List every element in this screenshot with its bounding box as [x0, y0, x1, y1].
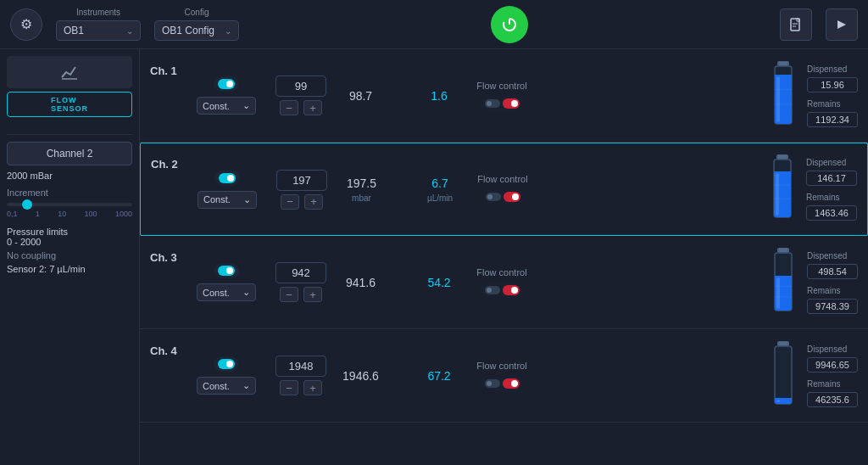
sidebar: FLOWSENSOR Channel 2 2000 mBar Increment…	[0, 49, 140, 465]
ch2-increment-button[interactable]: +	[304, 194, 323, 210]
channel-row-ch4: Ch. 4 Const. ⌄	[140, 329, 868, 423]
ch4-increment-button[interactable]: +	[303, 380, 322, 395]
svg-rect-14	[779, 62, 787, 65]
ch2-stepper: − +	[281, 194, 323, 210]
ch3-flow-toggle[interactable]	[481, 283, 524, 298]
ch4-vial-stats: Dispensed 9946.65 Remains 46235.6	[807, 345, 858, 407]
ch1-toggle-row	[214, 76, 239, 92]
channel-row-inner-ch1: Ch. 1 Const. ⌄	[150, 61, 858, 131]
export-button[interactable]	[780, 8, 812, 41]
no-coupling-label: No coupling	[7, 250, 132, 261]
ch3-setpoint-value: 942	[275, 262, 326, 283]
ch2-mode-select[interactable]: Const. ⌄	[198, 191, 257, 209]
ch1-vial-stats: Dispensed 15.96 Remains 1192.34	[807, 64, 858, 127]
ch1-mode-select[interactable]: Const. ⌄	[197, 97, 256, 115]
ch2-decrement-button[interactable]: −	[281, 194, 299, 210]
pressure-unit: mbar	[332, 193, 392, 203]
power-button[interactable]	[491, 6, 528, 43]
ch4-flow-toggle[interactable]	[481, 376, 524, 391]
forward-button[interactable]	[826, 8, 858, 41]
ch2-flow-control-label: Flow control	[477, 174, 527, 184]
ch1-vial	[768, 61, 798, 131]
chevron-down-icon: ⌄	[126, 26, 133, 36]
ch4-decrement-button[interactable]: −	[280, 380, 298, 395]
instruments-section: Instruments OB1 ⌄	[56, 8, 141, 41]
ch1-dispensed-value: 15.96	[807, 77, 858, 92]
ch4-mode-select[interactable]: Const. ⌄	[197, 377, 256, 395]
ch3-label: Ch. 3	[150, 248, 192, 264]
ch3-mode-select[interactable]: Const. ⌄	[197, 283, 256, 301]
main-layout: FLOWSENSOR Channel 2 2000 mBar Increment…	[0, 49, 868, 465]
flow-sensor-label: FLOWSENSOR	[51, 96, 88, 113]
ch1-pressure-reading: 98.7	[331, 89, 391, 103]
ch4-pressure-reading: 1946.6	[331, 369, 391, 383]
ch2-vial-section: Dispensed 146.17 Remains 1463.46	[730, 154, 857, 224]
ch2-label: Ch. 2	[151, 154, 193, 171]
ch4-stepper: − +	[280, 380, 322, 395]
svg-rect-11	[776, 76, 780, 122]
ch2-controls: Const. ⌄	[193, 171, 261, 209]
svg-marker-5	[837, 20, 846, 29]
ch4-toggle-switch[interactable]	[214, 356, 239, 372]
instruments-label: Instruments	[76, 8, 120, 17]
sidebar-divider	[7, 134, 132, 135]
ch2-setpoint: 197 − +	[268, 170, 336, 210]
ch3-flow-reading: 54.2	[408, 276, 471, 289]
channel-button[interactable]: Channel 2	[7, 142, 132, 165]
top-bar: ⚙ Instruments OB1 ⌄ Config OB1 Config ⌄	[0, 0, 868, 49]
ch2-flow-reading: 6.7	[409, 176, 472, 190]
channel-row-ch3: Ch. 3 Const. ⌄	[140, 236, 868, 329]
settings-button[interactable]: ⚙	[10, 8, 42, 41]
ch3-increment-button[interactable]: +	[303, 287, 322, 302]
ch3-flow-control-label: Flow control	[476, 267, 526, 277]
ch1-setpoint-value: 99	[275, 76, 326, 97]
arrow-forward-icon	[834, 17, 849, 32]
ch3-controls: Const. ⌄	[192, 263, 260, 301]
sidebar-item-chart[interactable]	[7, 56, 132, 88]
sidebar-item-flow-sensor[interactable]: FLOWSENSOR	[7, 92, 132, 117]
chevron-down-icon: ⌄	[225, 26, 231, 36]
svg-rect-36	[779, 342, 787, 345]
ch2-vial	[767, 154, 798, 224]
ch2-remains-label: Remains	[806, 193, 857, 202]
ch1-readings: 98.7 1.6	[342, 89, 460, 103]
ch1-decrement-button[interactable]: −	[280, 100, 298, 115]
ch1-vial-section: Dispensed 15.96 Remains 1192.34	[731, 61, 858, 131]
increment-section: Increment 0,1 1 10 100 1000	[7, 188, 132, 218]
power-icon	[501, 16, 518, 33]
ch4-dispensed-label: Dispensed	[807, 345, 858, 354]
ch1-remains-label: Remains	[807, 99, 858, 109]
ch4-label: Ch. 4	[150, 341, 192, 357]
ch3-decrement-button[interactable]: −	[280, 287, 298, 302]
ch2-flow-toggle[interactable]	[481, 189, 525, 204]
ch1-flow-control-label: Flow control	[476, 81, 526, 91]
ch2-setpoint-value: 197	[276, 170, 327, 191]
ch4-vial	[768, 341, 798, 411]
ch3-readings: 941.6 54.2	[342, 276, 460, 289]
svg-rect-2	[791, 19, 799, 31]
ch3-dispensed-value: 498.54	[807, 264, 858, 279]
ch3-flow-control: Flow control	[464, 267, 540, 298]
svg-rect-32	[775, 346, 792, 404]
instruments-select[interactable]: OB1 ⌄	[56, 20, 141, 41]
ch2-toggle-row	[214, 171, 240, 186]
ch3-remains-label: Remains	[807, 286, 858, 295]
pressure-limits-section: Pressure limits 0 - 2000	[7, 227, 132, 247]
pressure-info: 2000 mBar	[7, 171, 132, 181]
ch2-toggle-switch[interactable]	[214, 171, 240, 186]
ch4-remains-label: Remains	[807, 379, 858, 389]
channel-row-inner-ch2: Ch. 2 Const. ⌄	[151, 154, 857, 224]
increment-slider[interactable]	[7, 203, 132, 206]
ch1-flow-control: Flow control	[464, 81, 540, 111]
config-select[interactable]: OB1 Config ⌄	[154, 20, 239, 41]
ch1-flow-toggle[interactable]	[481, 96, 524, 111]
channel-row-ch1: Ch. 1 Const. ⌄	[140, 49, 868, 143]
ch1-increment-button[interactable]: +	[303, 100, 322, 115]
ch4-dispensed-value: 9946.65	[807, 357, 858, 373]
flow-unit: µL/min	[409, 193, 472, 203]
file-icon	[788, 17, 804, 32]
ch1-toggle-switch[interactable]	[214, 76, 239, 92]
ch1-remains-value: 1192.34	[807, 112, 858, 127]
channel-row-ch2: Ch. 2 Const. ⌄	[140, 143, 868, 236]
ch3-toggle-switch[interactable]	[214, 263, 239, 278]
